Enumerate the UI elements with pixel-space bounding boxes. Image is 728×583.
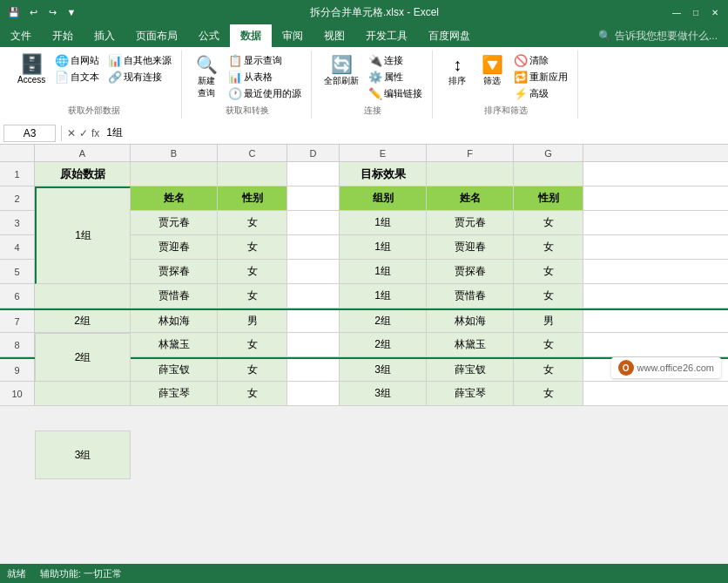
col-header-B[interactable]: B [131, 145, 218, 161]
cell-F3[interactable]: 贾元春 [427, 211, 514, 234]
cell-F9[interactable]: 薛宝钗 [427, 359, 514, 381]
tab-data[interactable]: 数据 [230, 24, 272, 47]
btn-access[interactable]: 🗄️ Access [14, 52, 49, 86]
cell-A10[interactable] [35, 382, 131, 405]
cell-E7[interactable]: 2组 [340, 310, 427, 332]
cell-F6[interactable]: 贾惜春 [427, 284, 514, 308]
btn-sort[interactable]: ↕️ 排序 [442, 52, 473, 89]
redo-icon[interactable]: ↪ [45, 5, 59, 19]
btn-connections[interactable]: 🔌 连接 [366, 52, 425, 68]
cell-C8[interactable]: 女 [218, 333, 287, 356]
tab-baidu[interactable]: 百度网盘 [418, 24, 481, 47]
btn-from-table[interactable]: 📊 从表格 [226, 69, 304, 85]
cell-G8[interactable]: 女 [514, 333, 583, 356]
cell-D7[interactable] [287, 310, 340, 332]
col-header-A[interactable]: A [35, 145, 131, 161]
cell-G3[interactable]: 女 [514, 211, 583, 234]
btn-text[interactable]: 📄 自文本 [52, 69, 102, 85]
cell-F7[interactable]: 林如海 [427, 310, 514, 332]
btn-reapply[interactable]: 🔁 重新应用 [511, 69, 570, 85]
cell-C7[interactable]: 男 [218, 310, 287, 332]
insert-function-icon[interactable]: fx [91, 127, 99, 139]
cell-E6[interactable]: 1组 [340, 284, 427, 308]
cell-D4[interactable] [287, 235, 340, 259]
cell-B3[interactable]: 贾元春 [131, 211, 218, 234]
btn-advanced[interactable]: ⚡ 高级 [511, 85, 570, 101]
tab-view[interactable]: 视图 [313, 24, 355, 47]
cell-B9[interactable]: 薛宝钗 [131, 359, 218, 381]
cell-A8[interactable] [35, 333, 131, 356]
btn-other-sources[interactable]: 📊 自其他来源 [105, 52, 174, 68]
cell-E3[interactable]: 1组 [340, 211, 427, 234]
btn-properties[interactable]: ⚙️ 属性 [366, 69, 425, 85]
cell-G10[interactable]: 女 [514, 382, 583, 405]
cell-G7[interactable]: 男 [514, 310, 583, 332]
minimize-button[interactable]: — [671, 6, 683, 18]
btn-new-query[interactable]: 🔍 新建查询 [191, 52, 222, 101]
cell-C4[interactable]: 女 [218, 235, 287, 259]
cell-A4[interactable] [35, 235, 131, 259]
cell-D10[interactable] [287, 382, 340, 405]
cell-B2[interactable]: 姓名 [131, 186, 218, 210]
cell-A6[interactable] [35, 284, 131, 308]
cell-E8[interactable]: 2组 [340, 333, 427, 356]
col-header-E[interactable]: E [340, 145, 427, 161]
cell-B1[interactable] [131, 162, 218, 186]
cell-E10[interactable]: 3组 [340, 382, 427, 405]
cell-A3[interactable]: 1组 [35, 211, 131, 234]
tab-home[interactable]: 开始 [42, 24, 84, 47]
save-icon[interactable]: 💾 [7, 5, 21, 19]
tab-developer[interactable]: 开发工具 [355, 24, 418, 47]
col-header-C[interactable]: C [218, 145, 287, 161]
cell-B5[interactable]: 贾探春 [131, 260, 218, 283]
cell-B10[interactable]: 薛宝琴 [131, 382, 218, 405]
btn-existing-conn[interactable]: 🔗 现有连接 [105, 69, 174, 85]
formula-input[interactable] [103, 125, 725, 141]
cell-C10[interactable]: 女 [218, 382, 287, 405]
cell-B7[interactable]: 林如海 [131, 310, 218, 332]
cell-F4[interactable]: 贾迎春 [427, 235, 514, 259]
cell-D1[interactable] [287, 162, 340, 186]
cell-F2[interactable]: 姓名 [427, 186, 514, 210]
cell-F8[interactable]: 林黛玉 [427, 333, 514, 356]
cell-C2[interactable]: 性别 [218, 186, 287, 210]
cell-A2[interactable]: 组别 [35, 186, 131, 210]
cell-A1[interactable]: 原始数据 [35, 162, 131, 186]
cell-D5[interactable] [287, 260, 340, 283]
cell-G1[interactable] [514, 162, 583, 186]
tab-insert[interactable]: 插入 [84, 24, 125, 47]
cell-A9[interactable]: 3组 [35, 359, 131, 381]
cell-E9[interactable]: 3组 [340, 359, 427, 381]
cell-E5[interactable]: 1组 [340, 260, 427, 283]
search-box[interactable]: 🔍 告诉我您想要做什么... [588, 24, 728, 47]
col-header-D[interactable]: D [287, 145, 340, 161]
cell-reference-input[interactable] [3, 125, 56, 142]
cell-G9[interactable]: 女 [514, 359, 583, 381]
cell-D3[interactable] [287, 211, 340, 234]
cell-F10[interactable]: 薛宝琴 [427, 382, 514, 405]
cell-F1[interactable] [427, 162, 514, 186]
cell-A5[interactable]: 1组 [35, 260, 131, 283]
maximize-button[interactable]: □ [690, 6, 702, 18]
cancel-formula-icon[interactable]: ✕ [67, 127, 76, 139]
cell-G6[interactable]: 女 [514, 284, 583, 308]
cell-B6[interactable]: 贾惜春 [131, 284, 218, 308]
cell-G4[interactable]: 女 [514, 235, 583, 259]
tab-review[interactable]: 审阅 [272, 24, 313, 47]
btn-show-queries[interactable]: 📋 显示查询 [226, 52, 304, 68]
customize-icon[interactable]: ▼ [64, 5, 78, 19]
cell-F5[interactable]: 贾探春 [427, 260, 514, 283]
btn-filter[interactable]: 🔽 筛选 [476, 52, 508, 89]
confirm-formula-icon[interactable]: ✓ [79, 127, 88, 139]
col-header-G[interactable]: G [514, 145, 583, 161]
cell-B4[interactable]: 贾迎春 [131, 235, 218, 259]
cell-B8[interactable]: 林黛玉 [131, 333, 218, 356]
cell-C3[interactable]: 女 [218, 211, 287, 234]
btn-edit-links[interactable]: ✏️ 编辑链接 [366, 85, 425, 101]
cell-C5[interactable]: 女 [218, 260, 287, 283]
btn-recent-sources[interactable]: 🕐 最近使用的源 [226, 85, 304, 101]
undo-icon[interactable]: ↩ [26, 5, 40, 19]
cell-G5[interactable]: 女 [514, 260, 583, 283]
cell-E4[interactable]: 1组 [340, 235, 427, 259]
cell-C9[interactable]: 女 [218, 359, 287, 381]
